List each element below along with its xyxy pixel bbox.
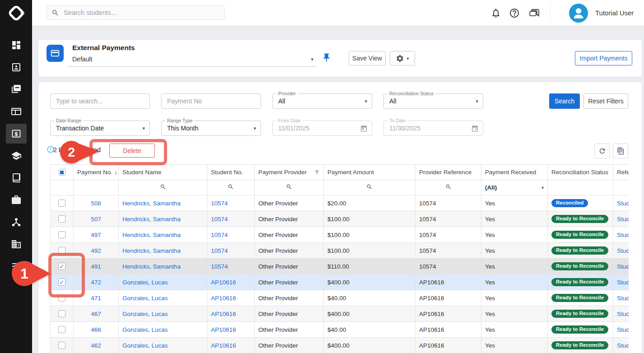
sidebar-item-briefcase[interactable] [6,190,27,210]
sidebar-item-network[interactable] [6,212,27,232]
filter-cell-student_no[interactable] [207,180,255,195]
sidebar-item-settings[interactable] [6,256,27,276]
search-button[interactable]: Search [549,93,580,109]
row-checkbox[interactable]: ✓ [58,279,65,286]
payment-no-link[interactable]: 467 [91,311,101,317]
payment-no-link[interactable]: 471 [91,295,101,302]
col-header-amount[interactable]: Payment Amount [324,165,415,180]
view-settings-button[interactable]: ▾ [390,51,415,65]
user-name[interactable]: Tutorial User [595,9,634,17]
payment-no-link[interactable]: 492 [91,247,101,254]
date-range-select[interactable]: Date Range Transaction Date ▾ [50,121,150,136]
student-no-link[interactable]: 10574 [211,200,228,207]
payment-no-input[interactable] [161,93,261,109]
student-name-link[interactable]: Gonzales, Lucas [122,311,168,317]
student-name-link[interactable]: Gonzales, Lucas [122,295,168,302]
reference-link[interactable]: Stude [617,279,629,286]
payment-no-link[interactable]: 508 [91,200,101,207]
sidebar-item-library[interactable] [6,168,27,188]
notifications-button[interactable] [490,8,501,19]
filter-cell-provider[interactable] [255,180,324,195]
sidebar-item-payments[interactable]: $ [6,124,27,144]
payment-no-link[interactable]: 491 [91,263,101,270]
reference-link[interactable]: Stude [617,232,629,238]
global-search-input[interactable] [64,9,220,16]
filter-cell-received[interactable]: (All)▾ [481,180,548,195]
col-header-received[interactable]: Payment Received [481,165,548,180]
student-no-link[interactable]: 10574 [211,232,228,238]
sidebar-item-dashboard[interactable] [6,35,27,55]
student-name-link[interactable]: Gonzales, Lucas [122,342,168,349]
student-name-link[interactable]: Hendricks, Samantha [122,216,181,223]
row-checkbox[interactable] [58,200,65,207]
save-view-button[interactable]: Save View [349,51,386,65]
filter-cell-provider_ref[interactable] [415,180,481,195]
row-checkbox[interactable] [58,326,65,333]
filter-cell-amount[interactable] [324,180,415,195]
refresh-button[interactable] [594,144,610,158]
reference-link[interactable]: Stude [617,342,629,349]
col-header-status[interactable]: Reconciliation Status [548,165,613,180]
filter-cell-student_name[interactable] [119,180,207,195]
provider-select[interactable]: Provider All ▾ [272,93,372,109]
reset-filters-button[interactable]: Reset Filters [583,93,628,109]
select-all-checkbox[interactable] [59,169,65,176]
student-name-link[interactable]: Hendricks, Samantha [122,200,181,207]
app-logo[interactable] [0,0,32,26]
sidebar-item-organization[interactable] [6,234,27,254]
view-selector[interactable]: Default ▾ [68,53,317,67]
col-header-payment-no[interactable]: Payment No.↓ [74,165,119,180]
reference-link[interactable]: Stude [617,247,629,254]
student-name-link[interactable]: Gonzales, Lucas [122,326,168,333]
export-copy-button[interactable] [613,144,628,158]
reference-link[interactable]: Stude [617,295,629,302]
row-checkbox[interactable] [58,231,65,238]
row-checkbox[interactable] [58,215,65,223]
payment-no-link[interactable]: 472 [91,279,101,286]
row-checkbox[interactable] [58,247,65,254]
row-checkbox[interactable]: ✓ [58,263,65,270]
global-search[interactable] [47,5,225,20]
row-checkbox[interactable] [58,342,65,349]
student-no-link[interactable]: AP10616 [211,279,236,286]
sidebar-item-contacts[interactable] [6,57,27,77]
payment-no-link[interactable]: 466 [91,326,101,333]
sidebar-item-academics[interactable] [6,146,27,166]
payment-no-link[interactable]: 497 [91,232,101,238]
reference-link[interactable]: Stude [617,200,629,207]
reference-link[interactable]: Stude [617,263,629,270]
student-no-link[interactable]: 10574 [211,263,228,270]
student-no-link[interactable]: AP10616 [211,326,236,333]
payment-no-link[interactable]: 462 [91,342,101,349]
reference-link[interactable]: Stude [617,326,629,333]
from-date-field[interactable]: From Date 11/01/2025 [272,121,372,136]
student-name-link[interactable]: Hendricks, Samantha [122,247,181,254]
row-checkbox[interactable] [58,294,65,302]
student-name-link[interactable]: Hendricks, Samantha [122,232,181,238]
reference-link[interactable]: Stude [617,311,629,317]
student-no-link[interactable]: AP10616 [211,342,236,349]
row-checkbox[interactable] [58,310,65,317]
col-header-student_name[interactable]: Student Name [119,165,207,180]
col-header-provider_ref[interactable]: Provider Reference [415,165,481,180]
range-type-select[interactable]: Range Type This Month ▾ [161,121,261,136]
delete-button[interactable]: Delete [109,144,155,158]
reconciliation-status-select[interactable]: Reconciliation Status All ▾ [383,93,483,109]
grid-search-input[interactable] [50,93,150,109]
payment-no-link[interactable]: 507 [91,216,101,223]
student-no-link[interactable]: AP10616 [211,311,236,317]
col-header-student_no[interactable]: Student No. [207,165,255,180]
user-avatar[interactable] [569,4,588,23]
sidebar-item-pages[interactable] [6,79,27,99]
sidebar-item-layout[interactable] [6,102,27,121]
reference-link[interactable]: Stude [617,216,629,223]
messages-button[interactable] [528,8,539,19]
student-no-link[interactable]: 10574 [211,247,228,254]
help-button[interactable] [509,8,520,19]
student-name-link[interactable]: Hendricks, Samantha [122,263,181,270]
import-payments-button[interactable]: Import Payments [575,51,632,65]
col-header-provider[interactable]: Payment Provider [255,165,324,180]
student-no-link[interactable]: 10574 [211,216,228,223]
to-date-field[interactable]: To Date 11/30/2025 [383,121,483,136]
col-header-reference[interactable]: Refer [613,165,629,180]
